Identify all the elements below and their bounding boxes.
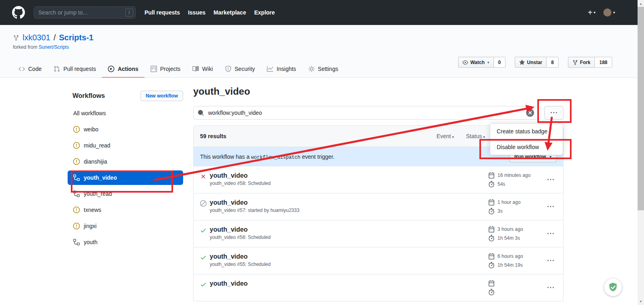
user-menu[interactable]: ▾ <box>603 8 615 17</box>
repo-name-link[interactable]: Scripts-1 <box>59 33 94 42</box>
graph-icon <box>267 66 273 72</box>
nav-link[interactable]: Explore <box>254 9 275 16</box>
workflow-run-row: youth_video youth_video #57: started by … <box>194 193 563 220</box>
tab-wiki[interactable]: Wiki <box>186 60 219 78</box>
sidebar-workflow-label: All workflows <box>73 110 106 116</box>
kebab-icon <box>547 203 554 210</box>
sidebar-workflow-item[interactable]: weibo <box>68 122 183 137</box>
sidebar-workflow-item[interactable]: All workflows <box>68 106 183 120</box>
caret-down-icon: ▾ <box>483 135 485 139</box>
tab-insights[interactable]: Insights <box>261 60 302 78</box>
new-workflow-button[interactable]: New workflow <box>140 91 183 101</box>
run-time: 16 minutes ago <box>497 172 530 178</box>
sidebar-workflow-item[interactable]: txnews <box>68 203 183 217</box>
sidebar-workflow-item[interactable]: dianshijia <box>68 154 183 169</box>
calendar-icon <box>488 226 495 232</box>
watch-button[interactable]: Watch ▾ <box>458 57 493 68</box>
play-icon <box>108 66 114 72</box>
run-options-button[interactable] <box>545 226 557 241</box>
sidebar-workflow-item[interactable]: midu_read <box>68 138 183 153</box>
run-subtitle: youth_video #58: Scheduled <box>210 181 270 186</box>
menu-item-create-status-badge[interactable]: Create status badge <box>490 124 563 139</box>
shield-check-icon <box>608 282 618 293</box>
warning-icon <box>73 126 80 133</box>
clear-search-icon[interactable] <box>526 109 534 117</box>
nav-links: Pull requestsIssuesMarketplaceExplore <box>144 9 275 16</box>
circle-slash-icon <box>200 200 206 207</box>
scrollbar-thumb[interactable] <box>638 7 644 210</box>
kebab-icon <box>547 176 554 183</box>
run-time: 1 hour ago <box>497 199 520 205</box>
run-meta <box>488 280 545 295</box>
scroll-up-icon[interactable]: ▲ <box>638 0 644 7</box>
run-filter-search <box>193 106 539 120</box>
fork-source-link[interactable]: Sunert/Scripts <box>39 44 69 50</box>
search-icon <box>198 110 204 116</box>
global-search-input[interactable] <box>34 6 136 19</box>
run-title-link[interactable]: youth_video <box>210 172 270 179</box>
results-count: 59 results <box>200 133 226 139</box>
tab-code[interactable]: Code <box>12 60 47 78</box>
run-title-link[interactable]: youth_video <box>210 253 270 260</box>
sidebar-workflow-label: txnews <box>84 207 101 213</box>
check-icon <box>200 227 206 234</box>
sidebar-workflow-item[interactable]: jingxi <box>68 219 183 233</box>
workflow-run-row: youth_video youth_video #58: Scheduled 1… <box>194 166 563 193</box>
run-options-button[interactable] <box>545 253 557 268</box>
run-options-button[interactable] <box>545 172 557 187</box>
nav-link[interactable]: Pull requests <box>144 9 180 16</box>
warning-icon <box>73 207 80 213</box>
workflow-icon <box>73 239 80 245</box>
calendar-icon <box>488 199 495 205</box>
nav-link[interactable]: Issues <box>188 9 206 16</box>
adguard-badge[interactable] <box>604 278 622 296</box>
run-meta: 1 hour ago 3s <box>488 199 545 214</box>
github-mark-icon[interactable] <box>12 6 25 19</box>
run-title-link[interactable]: youth_video <box>210 226 270 233</box>
menu-item-disable-workflow[interactable]: Disable workflow <box>490 139 563 155</box>
run-options-button[interactable] <box>545 199 557 214</box>
tab-security[interactable]: Security <box>219 60 261 78</box>
tab-actions[interactable]: Actions <box>102 60 144 78</box>
run-time: 3 hours ago <box>497 226 523 232</box>
run-filter-input[interactable] <box>193 106 539 120</box>
watch-count[interactable]: 0 <box>494 57 506 68</box>
sidebar-workflow-label: dianshijia <box>84 158 107 165</box>
star-count[interactable]: 8 <box>547 57 559 68</box>
caret-down-icon: ▾ <box>452 135 454 139</box>
eye-icon <box>462 60 468 65</box>
fork-count[interactable]: 188 <box>595 57 612 68</box>
fork-label: Fork <box>580 60 590 65</box>
calendar-icon <box>488 280 495 286</box>
nav-link[interactable]: Marketplace <box>214 9 246 16</box>
stopwatch-icon <box>488 262 495 268</box>
tab-projects[interactable]: Projects <box>144 60 187 78</box>
fork-button[interactable]: Fork <box>568 57 595 68</box>
unstar-button[interactable]: Unstar <box>515 57 547 68</box>
workflow-run-row: youth_video youth_video #56: Scheduled 3… <box>194 220 563 247</box>
kebab-icon <box>547 257 554 264</box>
kebab-icon <box>547 230 554 237</box>
event-filter[interactable]: Event▾ <box>436 133 454 139</box>
run-title-link[interactable]: youth_video <box>210 199 299 206</box>
caret-down-icon: ▾ <box>487 60 489 64</box>
repo-owner-link[interactable]: lxk0301 <box>23 33 50 42</box>
sidebar-workflow-item[interactable]: youth_video <box>68 170 183 185</box>
create-new-menu[interactable]: +▾ <box>588 8 595 17</box>
status-filter[interactable]: Status▾ <box>466 133 485 139</box>
run-subtitle: youth_video #56: Scheduled <box>210 234 270 240</box>
sidebar-workflow-item[interactable]: youth <box>68 235 183 249</box>
run-title-link[interactable]: youth_video <box>210 280 248 287</box>
tab-pull-requests[interactable]: Pull requests <box>47 60 102 78</box>
fork-note: forked from Sunert/Scripts <box>0 44 638 50</box>
sidebar-workflow-item[interactable]: youth_read <box>68 187 183 201</box>
page-title: youth_video <box>193 86 564 97</box>
run-meta: 3 hours ago 1h 54m 3s <box>488 226 545 241</box>
workflow-run-row: youth_video youth_video #55: Scheduled 6… <box>194 247 563 274</box>
scroll-down-icon[interactable]: ▼ <box>638 298 644 305</box>
warning-icon <box>73 223 80 229</box>
stopwatch-icon <box>488 235 495 241</box>
run-options-button[interactable] <box>545 280 557 295</box>
calendar-icon <box>488 172 495 178</box>
tab-settings[interactable]: Settings <box>302 60 345 78</box>
